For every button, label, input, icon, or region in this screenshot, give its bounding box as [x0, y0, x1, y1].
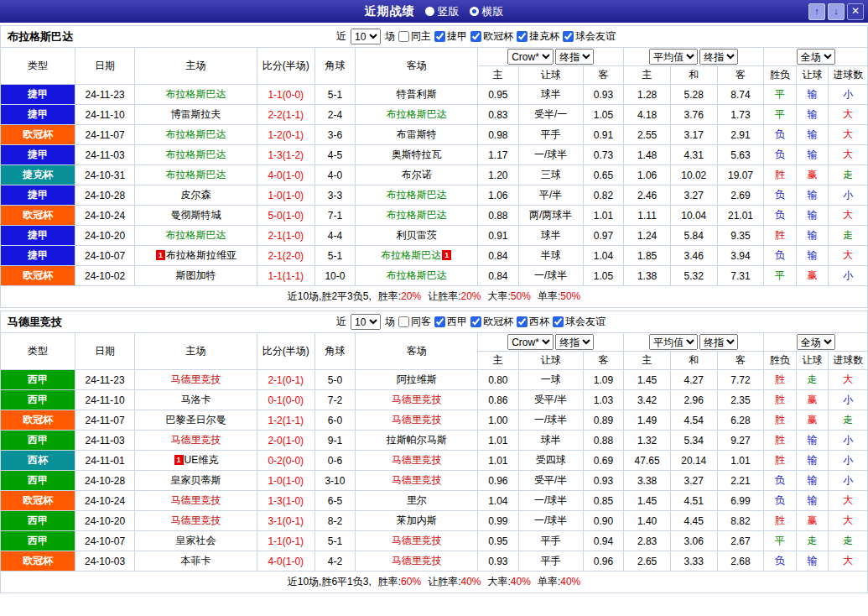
league-checkbox[interactable] — [563, 31, 574, 42]
home-team[interactable]: 布拉格斯巴达 — [134, 145, 257, 165]
score[interactable]: 4-0(1-0) — [257, 551, 314, 572]
home-team[interactable]: 布拉格斯巴达 — [134, 125, 257, 145]
league-checkbox[interactable] — [434, 31, 445, 42]
away-team[interactable]: 布尔诺 — [356, 165, 478, 185]
home-team[interactable]: 巴黎圣日尔曼 — [134, 410, 257, 431]
away-team[interactable]: 布拉格斯巴达 — [356, 206, 478, 226]
close-button[interactable]: ✕ — [847, 3, 864, 20]
league-filter[interactable]: 捷克杯 — [517, 29, 559, 44]
odds-source-select[interactable]: Crow* — [507, 334, 554, 350]
home-team[interactable]: 马洛卡 — [134, 390, 257, 410]
score[interactable]: 1-2(1-1) — [257, 410, 314, 431]
odds-source-select[interactable]: Crow* — [507, 49, 554, 65]
score[interactable]: 4-0(1-0) — [257, 165, 314, 185]
score[interactable]: 1-0(1-0) — [257, 185, 314, 206]
score[interactable]: 1-2(0-1) — [257, 125, 314, 145]
score[interactable]: 5-0(1-0) — [257, 206, 314, 226]
league-checkbox[interactable] — [470, 316, 481, 327]
away-team[interactable]: 拉斯帕尔马斯 — [356, 431, 478, 451]
home-team[interactable]: 1布拉格斯拉维亚 — [134, 246, 257, 266]
away-team[interactable]: 马德里竞技 — [356, 390, 478, 410]
away-team[interactable]: 马德里竞技 — [356, 551, 478, 572]
away-team[interactable]: 布拉格斯巴达 — [356, 266, 478, 286]
away-team[interactable]: 马德里竞技 — [356, 451, 478, 471]
same-venue-filter[interactable]: 同主 — [398, 29, 431, 44]
avg-select[interactable]: 平均值 — [649, 49, 698, 65]
avg-time-select[interactable]: 终指 — [699, 49, 738, 65]
away-team[interactable]: 布雷斯特 — [356, 125, 478, 145]
layout-radio-vertical[interactable]: 竖版 — [425, 4, 460, 19]
score[interactable]: 3-1(0-1) — [257, 511, 314, 531]
away-team[interactable]: 马德里竞技 — [356, 410, 478, 431]
home-team[interactable]: 皇家贝蒂斯 — [134, 471, 257, 491]
league-filter[interactable]: 欧冠杯 — [470, 315, 513, 329]
avg-select[interactable]: 平均值 — [649, 334, 698, 350]
home-team[interactable]: 曼彻斯特城 — [134, 206, 257, 226]
home-team[interactable]: 马德里竞技 — [134, 431, 257, 451]
score[interactable]: 2-1(0-1) — [257, 370, 314, 390]
away-team[interactable]: 特普利斯 — [356, 85, 478, 105]
league-filter[interactable]: 欧冠杯 — [470, 29, 513, 44]
league-checkbox[interactable] — [553, 316, 564, 327]
league-checkbox[interactable] — [517, 316, 528, 327]
score[interactable]: 2-0(1-0) — [257, 431, 314, 451]
away-team[interactable]: 里尔 — [356, 491, 478, 511]
scope-select[interactable]: 全场 — [797, 49, 835, 65]
scroll-up-button[interactable]: ↑ — [808, 3, 825, 20]
score[interactable]: 0-2(0-0) — [257, 451, 314, 471]
away-team[interactable]: 阿拉维斯 — [356, 370, 478, 390]
away-team[interactable]: 利贝雷茨 — [356, 226, 478, 246]
score[interactable]: 1-3(1-0) — [257, 491, 314, 511]
league-checkbox[interactable] — [434, 316, 445, 327]
score[interactable]: 1-1(1-1) — [257, 266, 314, 286]
away-team[interactable]: 奥斯特拉瓦 — [356, 145, 478, 165]
home-team[interactable]: 斯图加特 — [134, 266, 257, 286]
score[interactable]: 2-1(1-0) — [257, 226, 314, 246]
home-team[interactable]: 马德里竞技 — [134, 491, 257, 511]
away-team[interactable]: 布拉格斯巴达 — [356, 105, 478, 125]
home-team[interactable]: 布拉格斯巴达 — [134, 165, 257, 185]
home-team[interactable]: 马德里竞技 — [134, 370, 257, 390]
league-filter[interactable]: 球会友谊 — [553, 315, 606, 329]
match-row: 西甲24-11-03马德里竞技2-0(1-0)9-1拉斯帕尔马斯1.01球半0.… — [1, 431, 868, 451]
league-filter[interactable]: 球会友谊 — [563, 29, 616, 44]
league-filter[interactable]: 捷甲 — [434, 29, 467, 44]
home-team[interactable]: 本菲卡 — [134, 551, 257, 572]
league-filter[interactable]: 西杯 — [517, 315, 549, 329]
league-filter[interactable]: 西甲 — [434, 315, 467, 329]
same-venue-checkbox[interactable] — [398, 31, 409, 42]
score[interactable]: 2-2(1-1) — [257, 105, 314, 125]
score[interactable]: 0-1(0-0) — [257, 390, 314, 410]
home-team[interactable]: 马德里竞技 — [134, 511, 257, 531]
league-checkbox[interactable] — [470, 31, 481, 42]
same-venue-checkbox[interactable] — [398, 316, 409, 327]
score[interactable]: 1-1(0-1) — [257, 531, 314, 551]
scroll-down-button[interactable]: ↓ — [828, 3, 845, 20]
odds-time-select[interactable]: 终指 — [555, 334, 594, 350]
same-venue-filter[interactable]: 同客 — [398, 315, 431, 329]
away-team[interactable]: 莱加内斯 — [356, 511, 478, 531]
score[interactable]: 2-1(2-0) — [257, 246, 314, 266]
away-team[interactable]: 马德里竞技 — [356, 471, 478, 491]
away-team[interactable]: 布拉格斯巴达 — [356, 185, 478, 206]
recent-count-select[interactable]: 10 — [351, 29, 381, 44]
home-team[interactable]: 布拉格斯巴达 — [134, 85, 257, 105]
layout-radio-horizontal[interactable]: 横版 — [470, 4, 504, 19]
score[interactable]: 1-1(0-0) — [257, 85, 314, 105]
home-team[interactable]: 皮尔森 — [134, 185, 257, 206]
odds-time-select[interactable]: 终指 — [555, 49, 594, 65]
score[interactable]: 1-3(1-2) — [257, 145, 314, 165]
match-row: 西甲24-10-28皇家贝蒂斯1-0(1-0)3-10马德里竞技0.96受平/半… — [1, 471, 868, 491]
recent-count-select[interactable]: 10 — [351, 314, 381, 330]
away-team[interactable]: 马德里竞技 — [356, 531, 478, 551]
home-team[interactable]: 布拉格斯巴达 — [134, 226, 257, 246]
score[interactable]: 1-0(1-0) — [257, 471, 314, 491]
scope-select[interactable]: 全场 — [797, 334, 835, 350]
avg-time-select[interactable]: 终指 — [699, 334, 738, 350]
league-checkbox[interactable] — [517, 31, 528, 42]
home-team[interactable]: 皇家社会 — [134, 531, 257, 551]
away-team[interactable]: 布拉格斯巴达1 — [356, 246, 478, 266]
scope-header: 全场 — [764, 333, 868, 352]
home-team[interactable]: 1UE维克 — [134, 451, 257, 471]
home-team[interactable]: 博雷斯拉夫 — [134, 105, 257, 125]
